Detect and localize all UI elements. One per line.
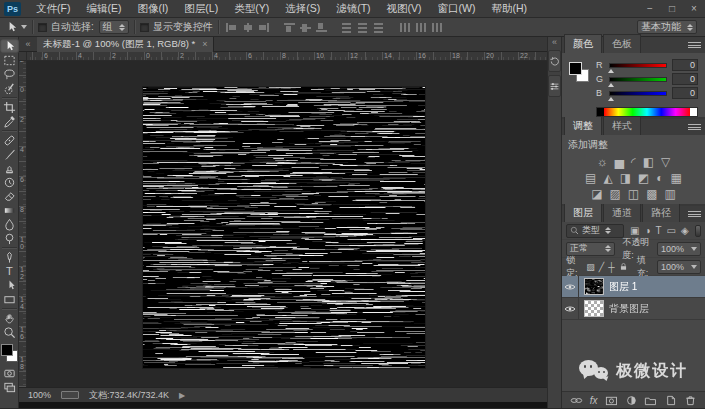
red-slider[interactable] [609, 63, 667, 68]
align-right-edges-icon[interactable] [257, 22, 270, 33]
layer-thumbnail[interactable] [584, 300, 604, 317]
align-left-edges-icon[interactable] [225, 22, 238, 33]
color-spectrum-ramp[interactable] [596, 107, 698, 117]
shape-tool[interactable] [0, 292, 19, 306]
green-slider[interactable] [609, 77, 667, 82]
pen-tool[interactable] [0, 250, 19, 264]
blue-slider[interactable] [609, 91, 667, 96]
path-selection-tool[interactable] [0, 278, 19, 292]
lock-image-pixels-icon[interactable]: ╱ [599, 262, 604, 272]
auto-select-dropdown[interactable]: 组 [99, 20, 129, 34]
align-vertical-centers-icon[interactable] [299, 22, 312, 33]
slider-thumb[interactable] [608, 97, 614, 101]
brush-tool[interactable] [0, 147, 19, 161]
foreground-color-swatch[interactable] [1, 344, 13, 356]
minimize-button[interactable]: − [639, 0, 661, 17]
vertical-ruler[interactable]: 2024681012141618 [19, 61, 27, 387]
curves-icon[interactable]: ◜ [631, 155, 636, 169]
layer-name[interactable]: 背景图层 [609, 302, 649, 316]
lock-position-icon[interactable]: ┼ [608, 262, 614, 272]
document-canvas[interactable] [143, 87, 425, 368]
lasso-tool[interactable] [0, 67, 19, 81]
align-top-edges-icon[interactable] [283, 22, 296, 33]
show-transform-checkbox[interactable] [140, 23, 149, 32]
status-flyout-arrow-icon[interactable]: ▶ [179, 391, 185, 400]
tab-close-icon[interactable]: × [202, 39, 207, 49]
quick-mask-button[interactable] [0, 366, 19, 380]
new-group-button[interactable] [644, 394, 657, 407]
double-arrow-icon[interactable]: « [546, 37, 564, 47]
filter-kind-dropdown[interactable]: 类型 [566, 224, 624, 238]
menu-item[interactable]: 图像(I) [129, 2, 176, 16]
channel-mixer-icon[interactable]: ◐ [656, 171, 663, 185]
layer-name[interactable]: 图层 1 [609, 280, 637, 294]
tab-color[interactable]: 颜色 [564, 34, 602, 53]
tab-channels[interactable]: 通道 [603, 203, 641, 222]
distribute-left-edges-icon[interactable] [399, 22, 412, 33]
layer-visibility-toggle[interactable] [562, 276, 579, 297]
menu-item[interactable]: 类型(Y) [226, 2, 277, 16]
menu-item[interactable]: 图层(L) [176, 2, 226, 16]
color-balance-icon[interactable]: ◭ [603, 171, 612, 185]
levels-icon[interactable]: ▅ [615, 155, 624, 169]
exposure-icon[interactable]: ◧ [643, 155, 654, 169]
menu-item[interactable]: 选择(S) [277, 2, 328, 16]
blue-value-field[interactable]: 0 [672, 87, 698, 99]
slider-thumb[interactable] [608, 69, 614, 73]
threshold-icon[interactable]: ◫ [628, 187, 639, 201]
workspace-switcher[interactable]: 基本功能 [637, 20, 697, 34]
posterize-icon[interactable]: ▨ [609, 187, 620, 201]
eyedropper-tool[interactable] [0, 114, 19, 128]
panel-menu-icon[interactable] [688, 42, 701, 50]
white-swatch[interactable] [690, 108, 697, 116]
align-horizontal-centers-icon[interactable] [241, 22, 254, 33]
close-button[interactable]: × [683, 0, 705, 17]
invert-icon[interactable]: ◪ [591, 187, 602, 201]
blur-tool[interactable] [0, 217, 19, 231]
quick-selection-tool[interactable] [0, 81, 19, 95]
properties-panel-button[interactable] [548, 75, 561, 97]
hue-saturation-icon[interactable]: ▤ [585, 171, 596, 185]
fill-dropdown[interactable]: 100% [657, 260, 701, 274]
document-tab[interactable]: 未标题-1 @ 100% (图层 1, RGB/8) * × [37, 37, 214, 52]
color-swatches-widget[interactable] [569, 62, 591, 84]
black-white-icon[interactable]: ◨ [620, 171, 631, 185]
crop-tool[interactable] [0, 100, 19, 114]
move-tool[interactable] [0, 39, 19, 53]
new-layer-button[interactable] [664, 394, 677, 407]
slider-thumb[interactable] [608, 83, 614, 87]
history-panel-button[interactable] [548, 50, 561, 72]
layer-row-background[interactable]: 背景图层 [562, 298, 705, 320]
menu-item[interactable]: 窗口(W) [430, 2, 484, 16]
lock-transparent-pixels-icon[interactable]: ▨ [586, 262, 595, 272]
color-lookup-icon[interactable]: ▦ [671, 171, 682, 185]
filter-adjustment-icon[interactable]: ◑ [644, 225, 650, 236]
tab-swatches[interactable]: 色板 [603, 34, 641, 53]
align-bottom-edges-icon[interactable] [315, 22, 328, 33]
layer-thumbnail[interactable] [584, 278, 604, 295]
horizontal-ruler[interactable]: 642024681012141618202224 [27, 52, 547, 61]
panel-menu-icon[interactable] [688, 211, 701, 219]
distribute-bottom-edges-icon[interactable] [373, 22, 386, 33]
double-arrow-icon[interactable]: « [19, 39, 37, 49]
tab-adjustments[interactable]: 调整 [564, 116, 602, 135]
tab-paths[interactable]: 路径 [642, 203, 680, 222]
distribute-right-edges-icon[interactable] [431, 22, 444, 33]
foreground-color-swatch[interactable] [569, 62, 582, 75]
red-value-field[interactable]: 0 [672, 59, 698, 71]
hand-tool[interactable] [0, 311, 19, 325]
gradient-tool[interactable] [0, 203, 19, 217]
dodge-tool[interactable] [0, 231, 19, 245]
photo-filter-icon[interactable]: ◩ [638, 171, 649, 185]
new-adjustment-layer-button[interactable] [625, 394, 638, 407]
clone-stamp-tool[interactable] [0, 161, 19, 175]
add-layer-mask-button[interactable] [605, 394, 618, 407]
menu-item[interactable]: 视图(V) [379, 2, 430, 16]
filter-smart-object-icon[interactable]: ◈ [681, 225, 689, 236]
marquee-tool[interactable] [0, 53, 19, 67]
eraser-tool[interactable] [0, 189, 19, 203]
zoom-tool[interactable] [0, 325, 19, 339]
spot-healing-tool[interactable] [0, 133, 19, 147]
zoom-level[interactable]: 100% [28, 390, 51, 400]
layer-row-layer1[interactable]: 图层 1 [562, 276, 705, 298]
